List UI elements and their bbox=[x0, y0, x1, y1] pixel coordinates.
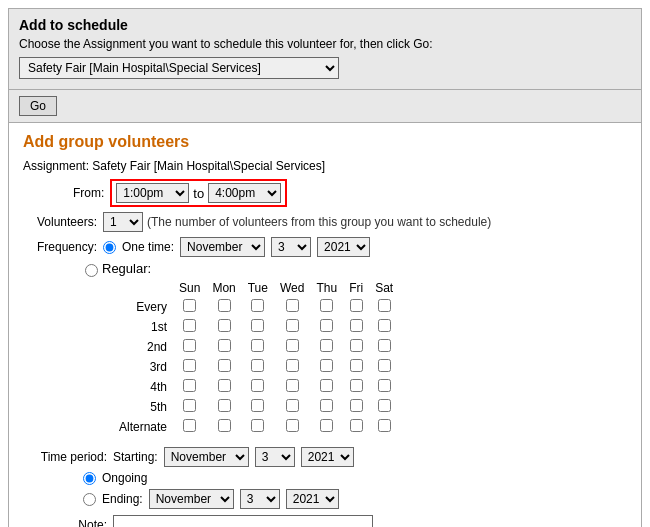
every-thu-checkbox[interactable] bbox=[320, 299, 333, 312]
volunteers-hint: (The number of volunteers from this grou… bbox=[147, 215, 491, 229]
row-label-5th: 5th bbox=[113, 397, 173, 417]
starting-label: Starting: bbox=[113, 450, 158, 464]
every-wed-checkbox[interactable] bbox=[286, 299, 299, 312]
table-row: 2nd bbox=[113, 337, 399, 357]
1st-sun-checkbox[interactable] bbox=[183, 319, 196, 332]
4th-sun-checkbox[interactable] bbox=[183, 379, 196, 392]
2nd-tue-checkbox[interactable] bbox=[251, 339, 264, 352]
3rd-wed-checkbox[interactable] bbox=[286, 359, 299, 372]
col-thu: Thu bbox=[310, 279, 343, 297]
col-fri: Fri bbox=[343, 279, 369, 297]
ending-radio[interactable] bbox=[83, 493, 96, 506]
note-label: Note: bbox=[37, 518, 107, 527]
2nd-wed-checkbox[interactable] bbox=[286, 339, 299, 352]
table-row: 1st bbox=[113, 317, 399, 337]
regular-label: Regular: bbox=[102, 261, 151, 276]
alt-sun-checkbox[interactable] bbox=[183, 419, 196, 432]
one-time-day-select[interactable]: 1234567891011121314151617181920212223242… bbox=[271, 237, 311, 257]
3rd-tue-checkbox[interactable] bbox=[251, 359, 264, 372]
1st-tue-checkbox[interactable] bbox=[251, 319, 264, 332]
alt-wed-checkbox[interactable] bbox=[286, 419, 299, 432]
table-row: 5th bbox=[113, 397, 399, 417]
5th-thu-checkbox[interactable] bbox=[320, 399, 333, 412]
from-label: From: bbox=[73, 186, 104, 200]
alt-sat-checkbox[interactable] bbox=[378, 419, 391, 432]
5th-fri-checkbox[interactable] bbox=[350, 399, 363, 412]
end-year-select[interactable]: 20192020202120222023 bbox=[286, 489, 339, 509]
every-tue-checkbox[interactable] bbox=[251, 299, 264, 312]
table-row: Every bbox=[113, 297, 399, 317]
every-sun-checkbox[interactable] bbox=[183, 299, 196, 312]
1st-thu-checkbox[interactable] bbox=[320, 319, 333, 332]
2nd-fri-checkbox[interactable] bbox=[350, 339, 363, 352]
3rd-sat-checkbox[interactable] bbox=[378, 359, 391, 372]
note-input[interactable] bbox=[113, 515, 373, 527]
5th-wed-checkbox[interactable] bbox=[286, 399, 299, 412]
regular-radio[interactable] bbox=[85, 264, 98, 277]
5th-sat-checkbox[interactable] bbox=[378, 399, 391, 412]
col-sun: Sun bbox=[173, 279, 206, 297]
ending-label: Ending: bbox=[102, 492, 143, 506]
4th-mon-checkbox[interactable] bbox=[218, 379, 231, 392]
4th-tue-checkbox[interactable] bbox=[251, 379, 264, 392]
3rd-mon-checkbox[interactable] bbox=[218, 359, 231, 372]
col-tue: Tue bbox=[242, 279, 274, 297]
2nd-sun-checkbox[interactable] bbox=[183, 339, 196, 352]
table-row: Alternate bbox=[113, 417, 399, 437]
alt-mon-checkbox[interactable] bbox=[218, 419, 231, 432]
3rd-sun-checkbox[interactable] bbox=[183, 359, 196, 372]
end-day-select[interactable]: 1234567891011121314151617181920212223242… bbox=[240, 489, 280, 509]
start-day-select[interactable]: 1234567891011121314151617181920212223242… bbox=[255, 447, 295, 467]
col-wed: Wed bbox=[274, 279, 310, 297]
alt-tue-checkbox[interactable] bbox=[251, 419, 264, 432]
to-time-select[interactable]: 12:00am12:30am1:00am1:30am2:00am2:30am3:… bbox=[208, 183, 281, 203]
frequency-label: Frequency: bbox=[37, 240, 97, 254]
start-year-select[interactable]: 20192020202120222023 bbox=[301, 447, 354, 467]
1st-wed-checkbox[interactable] bbox=[286, 319, 299, 332]
1st-sat-checkbox[interactable] bbox=[378, 319, 391, 332]
col-sat: Sat bbox=[369, 279, 399, 297]
to-label: to bbox=[193, 186, 204, 201]
4th-sat-checkbox[interactable] bbox=[378, 379, 391, 392]
go-button[interactable]: Go bbox=[19, 96, 57, 116]
row-label-3rd: 3rd bbox=[113, 357, 173, 377]
5th-sun-checkbox[interactable] bbox=[183, 399, 196, 412]
5th-tue-checkbox[interactable] bbox=[251, 399, 264, 412]
4th-thu-checkbox[interactable] bbox=[320, 379, 333, 392]
one-time-radio[interactable] bbox=[103, 241, 116, 254]
4th-wed-checkbox[interactable] bbox=[286, 379, 299, 392]
assignment-select[interactable]: Safety Fair [Main Hospital\Special Servi… bbox=[19, 57, 339, 79]
every-sat-checkbox[interactable] bbox=[378, 299, 391, 312]
3rd-thu-checkbox[interactable] bbox=[320, 359, 333, 372]
time-range-box: 12:00am12:30am1:00am1:30am2:00am2:30am3:… bbox=[110, 179, 287, 207]
from-time-select[interactable]: 12:00am12:30am1:00am1:30am2:00am2:30am3:… bbox=[116, 183, 189, 203]
1st-fri-checkbox[interactable] bbox=[350, 319, 363, 332]
time-period-label: Time period: bbox=[37, 450, 107, 464]
alt-thu-checkbox[interactable] bbox=[320, 419, 333, 432]
volunteers-select[interactable]: 12345 bbox=[103, 212, 143, 232]
4th-fri-checkbox[interactable] bbox=[350, 379, 363, 392]
group-volunteers-title: Add group volunteers bbox=[23, 133, 627, 151]
1st-mon-checkbox[interactable] bbox=[218, 319, 231, 332]
header-description: Choose the Assignment you want to schedu… bbox=[19, 37, 631, 51]
5th-mon-checkbox[interactable] bbox=[218, 399, 231, 412]
volunteers-label: Volunteers: bbox=[37, 215, 97, 229]
3rd-fri-checkbox[interactable] bbox=[350, 359, 363, 372]
alt-fri-checkbox[interactable] bbox=[350, 419, 363, 432]
ongoing-radio[interactable] bbox=[83, 472, 96, 485]
ongoing-label: Ongoing bbox=[102, 471, 147, 485]
2nd-mon-checkbox[interactable] bbox=[218, 339, 231, 352]
row-label-2nd: 2nd bbox=[113, 337, 173, 357]
one-time-month-select[interactable]: JanuaryFebruaryMarchAprilMayJuneJulyAugu… bbox=[180, 237, 265, 257]
every-fri-checkbox[interactable] bbox=[350, 299, 363, 312]
table-row: 3rd bbox=[113, 357, 399, 377]
end-month-select[interactable]: JanuaryFebruaryMarchAprilMayJuneJulyAugu… bbox=[149, 489, 234, 509]
table-row: 4th bbox=[113, 377, 399, 397]
row-label-1st: 1st bbox=[113, 317, 173, 337]
every-mon-checkbox[interactable] bbox=[218, 299, 231, 312]
page-title: Add to schedule bbox=[19, 17, 631, 33]
one-time-year-select[interactable]: 20192020202120222023 bbox=[317, 237, 370, 257]
start-month-select[interactable]: JanuaryFebruaryMarchAprilMayJuneJulyAugu… bbox=[164, 447, 249, 467]
2nd-sat-checkbox[interactable] bbox=[378, 339, 391, 352]
2nd-thu-checkbox[interactable] bbox=[320, 339, 333, 352]
